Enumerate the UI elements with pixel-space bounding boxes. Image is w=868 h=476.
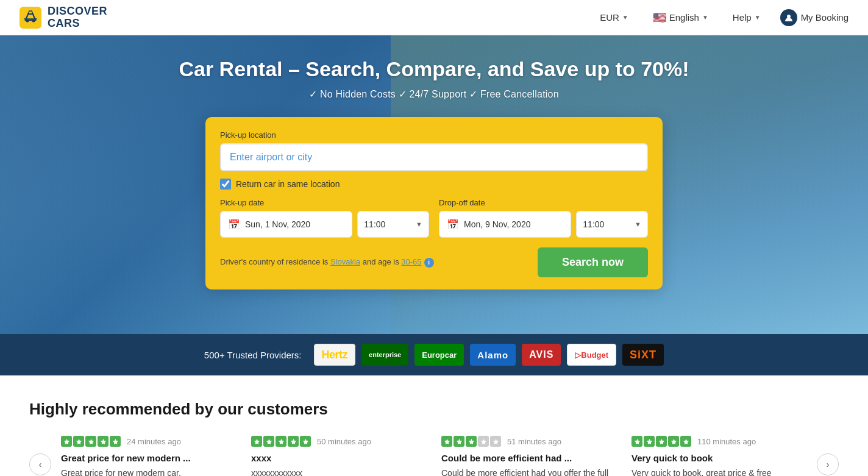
return-location-row: Return car in same location (220, 179, 648, 190)
info-icon[interactable]: i (424, 258, 434, 268)
svg-marker-10 (266, 438, 271, 444)
pickup-time-value: 11:00 (364, 219, 385, 229)
stars-row (441, 436, 501, 447)
enterprise-logo: enterprise (361, 344, 408, 366)
provider-logos: Hertz enterprise Europcar Alamo AVIS ▷Bu… (314, 344, 664, 366)
help-menu[interactable]: Help ▼ (728, 9, 766, 26)
svg-marker-20 (646, 438, 652, 444)
reviews-title: Highly recommended by our customers (29, 400, 839, 419)
logo[interactable]: DISCOVER CARS (20, 5, 107, 30)
svg-marker-4 (63, 438, 69, 444)
review-text: Could be more efficient had you offer th… (441, 467, 617, 476)
dates-row: Pick-up date 📅 Sun, 1 Nov, 2020 11:00 ▼ (220, 198, 648, 238)
dropoff-date-value: Mon, 9 Nov, 2020 (464, 219, 530, 229)
driver-info: Driver's country of residence is Slovaki… (220, 257, 434, 268)
sixt-logo: SiXT (622, 344, 664, 366)
review-meta: 24 minutes ago (61, 436, 237, 447)
budget-logo: ▷Budget (567, 344, 616, 366)
reviews-section: Highly recommended by our customers ‹ 24… (0, 375, 868, 476)
star-2 (644, 436, 655, 447)
pickup-time-field[interactable]: 11:00 ▼ (357, 211, 429, 238)
svg-marker-17 (480, 438, 486, 444)
svg-marker-8 (112, 438, 118, 444)
pickup-date-value: Sun, 1 Nov, 2020 (245, 219, 310, 229)
review-time: 110 minutes ago (697, 437, 756, 446)
language-chevron-icon: ▼ (702, 14, 708, 21)
svg-marker-21 (658, 438, 664, 444)
driver-age-link[interactable]: 30-65 (401, 257, 421, 266)
user-icon (780, 9, 797, 26)
search-box: Pick-up location Return car in same loca… (205, 117, 663, 290)
calendar-icon-dropoff: 📅 (447, 219, 459, 230)
star-1 (441, 436, 452, 447)
carousel-prev-button[interactable]: ‹ (29, 453, 51, 475)
search-bottom-row: Driver's country of residence is Slovaki… (220, 247, 648, 277)
my-booking-label: My Booking (801, 12, 848, 23)
review-card: 24 minutes ago Great price for new moder… (61, 436, 237, 476)
star-2 (454, 436, 464, 447)
carousel-next-button[interactable]: › (817, 453, 839, 475)
review-card: 51 minutes ago Could be more efficient h… (441, 436, 617, 476)
star-4 (478, 436, 489, 447)
review-time: 50 minutes ago (317, 437, 371, 446)
currency-label: EUR (600, 12, 619, 23)
svg-marker-19 (634, 438, 639, 444)
star-5 (110, 436, 121, 447)
star-5 (300, 436, 311, 447)
pickup-date-field[interactable]: 📅 Sun, 1 Nov, 2020 (220, 211, 352, 238)
header-nav: EUR ▼ 🇺🇸 English ▼ Help ▼ My Booking (595, 7, 848, 28)
my-booking-link[interactable]: My Booking (780, 9, 848, 26)
pickup-location-input[interactable] (220, 143, 648, 171)
language-selector[interactable]: 🇺🇸 English ▼ (648, 7, 713, 28)
alamo-logo: Alamo (470, 344, 516, 366)
review-meta: 51 minutes ago (441, 436, 617, 447)
svg-marker-16 (468, 438, 474, 444)
star-5 (680, 436, 691, 447)
hero-content: Car Rental – Search, Compare, and Save u… (0, 35, 868, 290)
review-title: xxxx (251, 453, 427, 463)
star-3 (85, 436, 96, 447)
review-text: xxxxxxxxxxxx (251, 467, 427, 476)
logo-line1: DISCOVER (48, 5, 107, 18)
driver-country-link[interactable]: Slovakia (330, 257, 360, 266)
calendar-icon: 📅 (228, 219, 240, 230)
dropoff-date-group: Drop-off date 📅 Mon, 9 Nov, 2020 11:00 ▼ (439, 198, 648, 238)
svg-marker-15 (456, 438, 461, 444)
return-same-location-checkbox[interactable] (220, 179, 231, 190)
review-meta: 110 minutes ago (631, 436, 807, 447)
dropoff-date-field[interactable]: 📅 Mon, 9 Nov, 2020 (439, 211, 571, 238)
dropoff-time-field[interactable]: 11:00 ▼ (576, 211, 648, 238)
star-3 (276, 436, 286, 447)
help-chevron-icon: ▼ (755, 14, 761, 21)
logo-icon (20, 7, 41, 29)
search-now-button[interactable]: Search now (538, 247, 648, 277)
review-text: Very quick to book, great price & free c… (631, 467, 807, 476)
review-meta: 50 minutes ago (251, 436, 427, 447)
stars-row (251, 436, 311, 447)
reviews-grid: 24 minutes ago Great price for new moder… (51, 436, 817, 476)
driver-prefix: Driver's country of residence is (220, 257, 330, 266)
svg-point-2 (32, 19, 35, 22)
star-1 (631, 436, 642, 447)
review-time: 51 minutes ago (507, 437, 561, 446)
star-1 (61, 436, 72, 447)
pickup-time-chevron-icon: ▼ (416, 221, 422, 228)
europcar-logo: Europcar (414, 344, 464, 366)
star-4 (98, 436, 108, 447)
currency-selector[interactable]: EUR ▼ (595, 9, 633, 26)
flag-icon: 🇺🇸 (653, 11, 666, 24)
providers-bar: 500+ Trusted Providers: Hertz enterprise… (0, 334, 868, 375)
svg-marker-12 (290, 438, 296, 444)
return-same-location-label: Return car in same location (236, 179, 340, 189)
star-2 (263, 436, 274, 447)
review-title: Great price for new modern ... (61, 453, 237, 463)
providers-label: 500+ Trusted Providers: (204, 350, 302, 360)
review-title: Could be more efficient had ... (441, 453, 617, 463)
svg-marker-14 (444, 438, 449, 444)
review-title: Very quick to book (631, 453, 807, 463)
review-card: 50 minutes ago xxxx xxxxxxxxxxxx (251, 436, 427, 476)
svg-rect-0 (20, 7, 41, 29)
avis-logo: AVIS (522, 344, 561, 366)
svg-marker-7 (100, 438, 105, 444)
stars-row (61, 436, 121, 447)
